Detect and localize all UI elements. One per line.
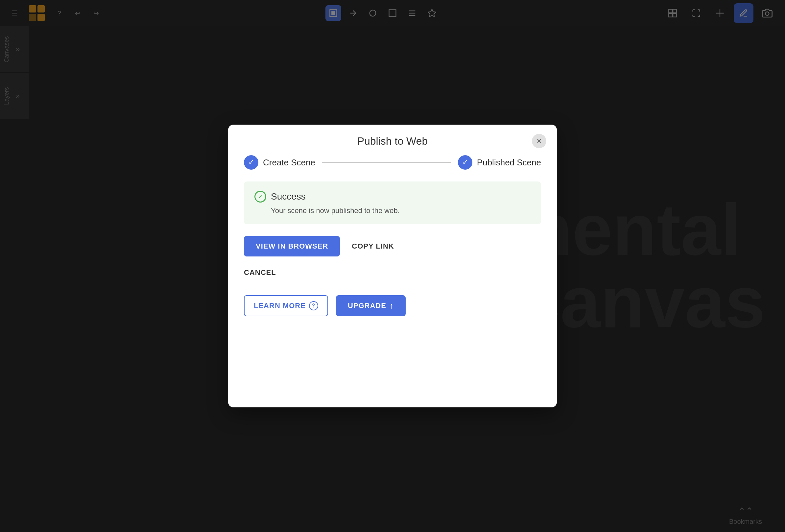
publish-modal: Publish to Web ✕ ✓ Create Scene ✓ Publis… <box>228 125 557 407</box>
success-description: Your scene is now published to the web. <box>271 206 531 215</box>
action-row: VIEW IN BROWSER COPY LINK <box>244 236 541 256</box>
modal-body: ✓ Create Scene ✓ Published Scene ✓ Succe… <box>228 155 557 407</box>
view-in-browser-button[interactable]: VIEW IN BROWSER <box>244 236 340 256</box>
modal-overlay: Publish to Web ✕ ✓ Create Scene ✓ Publis… <box>0 0 785 532</box>
learn-more-label: LEARN MORE <box>254 302 306 310</box>
cancel-button[interactable]: CANCEL <box>244 266 276 279</box>
modal-header: Publish to Web ✕ <box>228 125 557 155</box>
modal-close-button[interactable]: ✕ <box>532 134 546 148</box>
cancel-row: CANCEL <box>244 266 541 279</box>
step-1-check-icon: ✓ <box>244 155 258 170</box>
step-2-label: Published Scene <box>477 157 541 168</box>
bottom-row: LEARN MORE ? UPGRADE ↑ <box>244 295 541 316</box>
success-icon: ✓ <box>254 191 266 203</box>
steps-row: ✓ Create Scene ✓ Published Scene <box>244 155 541 170</box>
step-create-scene: ✓ Create Scene <box>244 155 315 170</box>
success-box: ✓ Success Your scene is now published to… <box>244 181 541 224</box>
copy-link-button[interactable]: COPY LINK <box>349 236 397 256</box>
upgrade-button[interactable]: UPGRADE ↑ <box>336 295 406 316</box>
upgrade-arrow-icon: ↑ <box>389 301 394 310</box>
modal-title: Publish to Web <box>357 135 428 147</box>
step-2-check-icon: ✓ <box>458 155 472 170</box>
learn-more-button[interactable]: LEARN MORE ? <box>244 295 328 316</box>
step-connector <box>322 162 451 163</box>
success-title: Success <box>271 192 306 202</box>
step-published-scene: ✓ Published Scene <box>458 155 541 170</box>
upgrade-label: UPGRADE <box>348 302 386 310</box>
learn-more-question-icon: ? <box>309 301 318 310</box>
success-header: ✓ Success <box>254 191 531 203</box>
step-1-label: Create Scene <box>263 157 315 168</box>
